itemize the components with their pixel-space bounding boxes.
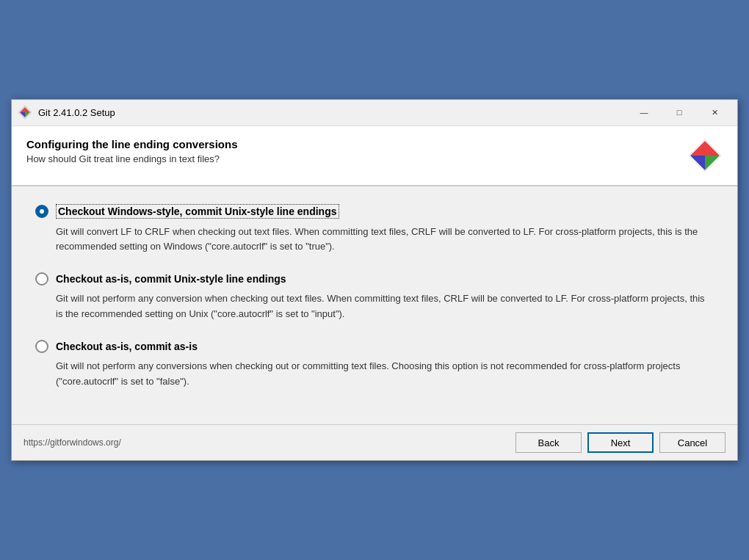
option-2-radio[interactable]: [35, 272, 48, 286]
header-text: Configuring the line ending conversions …: [26, 138, 676, 164]
git-logo-icon: [687, 138, 723, 173]
options-content: Checkout Windows-style, commit Unix-styl…: [12, 186, 737, 425]
window-controls: — □ ✕: [627, 101, 731, 124]
option-1-radio[interactable]: [35, 205, 48, 218]
header-section: Configuring the line ending conversions …: [12, 126, 737, 186]
option-1-title: Checkout Windows-style, commit Unix-styl…: [56, 204, 339, 219]
maximize-button[interactable]: □: [662, 101, 696, 124]
footer: https://gitforwindows.org/ Back Next Can…: [12, 424, 737, 460]
title-bar: Git 2.41.0.2 Setup — □ ✕: [12, 100, 737, 126]
option-3-radio[interactable]: [35, 340, 48, 353]
window-title: Git 2.41.0.2 Setup: [38, 107, 627, 118]
footer-buttons: Back Next Cancel: [515, 432, 726, 453]
svg-marker-9: [705, 141, 720, 156]
option-3-label[interactable]: Checkout as-is, commit as-is: [35, 340, 714, 353]
option-2-title: Checkout as-is, commit Unix-style line e…: [56, 273, 286, 285]
option-3-title: Checkout as-is, commit as-is: [56, 341, 198, 352]
setup-window: Git 2.41.0.2 Setup — □ ✕ Configuring the…: [11, 99, 738, 462]
svg-marker-8: [690, 141, 705, 156]
option-1-description: Git will convert LF to CRLF when checkin…: [56, 225, 714, 255]
page-title: Configuring the line ending conversions: [26, 138, 676, 150]
minimize-button[interactable]: —: [627, 101, 661, 124]
option-2: Checkout as-is, commit Unix-style line e…: [35, 272, 714, 322]
footer-link: https://gitforwindows.org/: [23, 437, 515, 448]
svg-marker-10: [690, 156, 705, 170]
option-2-label[interactable]: Checkout as-is, commit Unix-style line e…: [35, 272, 714, 286]
next-button[interactable]: Next: [587, 432, 654, 453]
option-1: Checkout Windows-style, commit Unix-styl…: [35, 204, 714, 255]
option-3: Checkout as-is, commit as-is Git will no…: [35, 340, 714, 390]
svg-marker-11: [705, 156, 720, 170]
cancel-button[interactable]: Cancel: [659, 432, 726, 453]
app-icon: [18, 105, 32, 120]
option-3-description: Git will not perform any conversions whe…: [56, 359, 714, 390]
page-subtitle: How should Git treat line endings in tex…: [26, 153, 676, 164]
option-1-label[interactable]: Checkout Windows-style, commit Unix-styl…: [35, 204, 714, 219]
option-2-description: Git will not perform any conversion when…: [56, 291, 714, 322]
back-button[interactable]: Back: [515, 432, 582, 453]
close-button[interactable]: ✕: [698, 101, 731, 124]
